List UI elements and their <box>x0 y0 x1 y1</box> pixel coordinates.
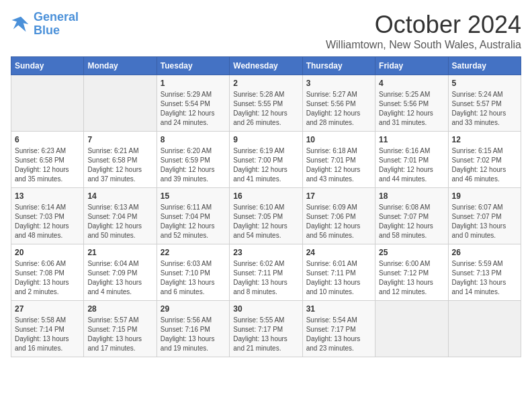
day-info: Sunrise: 6:20 AM Sunset: 6:59 PM Dayligh… <box>161 146 226 184</box>
calendar-cell: 21Sunrise: 6:04 AM Sunset: 7:09 PM Dayli… <box>84 244 157 301</box>
calendar-cell: 17Sunrise: 6:09 AM Sunset: 7:06 PM Dayli… <box>302 188 375 244</box>
day-info: Sunrise: 6:15 AM Sunset: 7:02 PM Dayligh… <box>452 146 517 184</box>
calendar-cell: 11Sunrise: 6:16 AM Sunset: 7:01 PM Dayli… <box>375 132 448 188</box>
day-number: 16 <box>233 191 298 201</box>
day-number: 21 <box>87 248 152 257</box>
calendar-week-2: 6Sunrise: 6:23 AM Sunset: 6:58 PM Daylig… <box>11 132 521 188</box>
day-info: Sunrise: 5:25 AM Sunset: 5:56 PM Dayligh… <box>379 90 444 128</box>
day-info: Sunrise: 6:18 AM Sunset: 7:01 PM Dayligh… <box>306 146 371 184</box>
day-number: 8 <box>161 135 226 144</box>
logo: General Blue <box>11 11 79 38</box>
day-number: 29 <box>161 304 226 314</box>
day-number: 3 <box>306 79 371 88</box>
day-number: 31 <box>306 304 371 314</box>
day-info: Sunrise: 5:54 AM Sunset: 7:17 PM Dayligh… <box>306 316 371 353</box>
day-info: Sunrise: 6:04 AM Sunset: 7:09 PM Dayligh… <box>87 259 152 297</box>
day-number: 11 <box>379 135 444 144</box>
column-header-friday: Friday <box>375 57 448 75</box>
day-info: Sunrise: 6:09 AM Sunset: 7:06 PM Dayligh… <box>306 203 371 240</box>
day-info: Sunrise: 6:13 AM Sunset: 7:04 PM Dayligh… <box>87 203 152 240</box>
day-info: Sunrise: 5:27 AM Sunset: 5:56 PM Dayligh… <box>306 90 371 128</box>
calendar-cell: 2Sunrise: 5:28 AM Sunset: 5:55 PM Daylig… <box>230 75 302 132</box>
calendar-cell <box>84 75 157 132</box>
calendar-week-3: 13Sunrise: 6:14 AM Sunset: 7:03 PM Dayli… <box>11 188 521 244</box>
calendar-cell: 24Sunrise: 6:01 AM Sunset: 7:11 PM Dayli… <box>302 244 375 301</box>
day-info: Sunrise: 6:08 AM Sunset: 7:07 PM Dayligh… <box>379 203 444 240</box>
calendar-header-row: SundayMondayTuesdayWednesdayThursdayFrid… <box>11 57 521 75</box>
day-number: 26 <box>452 248 517 257</box>
day-number: 22 <box>161 248 226 257</box>
day-number: 25 <box>379 248 444 257</box>
day-number: 1 <box>161 79 226 88</box>
column-header-sunday: Sunday <box>11 57 84 75</box>
day-info: Sunrise: 6:01 AM Sunset: 7:11 PM Dayligh… <box>306 259 371 297</box>
day-info: Sunrise: 6:07 AM Sunset: 7:07 PM Dayligh… <box>452 203 517 240</box>
day-number: 10 <box>306 135 371 144</box>
calendar-cell: 10Sunrise: 6:18 AM Sunset: 7:01 PM Dayli… <box>302 132 375 188</box>
day-number: 13 <box>15 191 80 201</box>
day-number: 27 <box>15 304 80 314</box>
page-header: General Blue October 2024 Williamtown, N… <box>11 11 521 51</box>
location-subtitle: Williamtown, New South Wales, Australia <box>326 39 521 51</box>
day-info: Sunrise: 5:28 AM Sunset: 5:55 PM Dayligh… <box>233 90 298 128</box>
day-number: 17 <box>306 191 371 201</box>
day-number: 5 <box>452 79 517 88</box>
calendar-cell: 27Sunrise: 5:58 AM Sunset: 7:14 PM Dayli… <box>11 301 84 357</box>
column-header-thursday: Thursday <box>302 57 375 75</box>
day-info: Sunrise: 6:21 AM Sunset: 6:58 PM Dayligh… <box>87 146 152 184</box>
calendar-week-1: 1Sunrise: 5:29 AM Sunset: 5:54 PM Daylig… <box>11 75 521 132</box>
day-info: Sunrise: 6:00 AM Sunset: 7:12 PM Dayligh… <box>379 259 444 297</box>
month-title: October 2024 <box>326 11 521 39</box>
day-info: Sunrise: 5:58 AM Sunset: 7:14 PM Dayligh… <box>15 316 80 353</box>
day-info: Sunrise: 5:55 AM Sunset: 7:17 PM Dayligh… <box>233 316 298 353</box>
day-info: Sunrise: 6:06 AM Sunset: 7:08 PM Dayligh… <box>15 259 80 297</box>
day-number: 18 <box>379 191 444 201</box>
calendar-cell: 20Sunrise: 6:06 AM Sunset: 7:08 PM Dayli… <box>11 244 84 301</box>
day-info: Sunrise: 5:57 AM Sunset: 7:15 PM Dayligh… <box>87 316 152 353</box>
calendar-cell: 6Sunrise: 6:23 AM Sunset: 6:58 PM Daylig… <box>11 132 84 188</box>
day-info: Sunrise: 6:10 AM Sunset: 7:05 PM Dayligh… <box>233 203 298 240</box>
calendar-cell: 22Sunrise: 6:03 AM Sunset: 7:10 PM Dayli… <box>157 244 229 301</box>
calendar-cell: 30Sunrise: 5:55 AM Sunset: 7:17 PM Dayli… <box>230 301 302 357</box>
day-number: 24 <box>306 248 371 257</box>
day-number: 9 <box>233 135 298 144</box>
title-area: October 2024 Williamtown, New South Wale… <box>326 11 521 51</box>
calendar-cell: 15Sunrise: 6:11 AM Sunset: 7:04 PM Dayli… <box>157 188 229 244</box>
column-header-wednesday: Wednesday <box>230 57 302 75</box>
day-info: Sunrise: 5:59 AM Sunset: 7:13 PM Dayligh… <box>452 259 517 297</box>
day-number: 14 <box>87 191 152 201</box>
calendar-cell: 5Sunrise: 5:24 AM Sunset: 5:57 PM Daylig… <box>448 75 521 132</box>
day-info: Sunrise: 6:03 AM Sunset: 7:10 PM Dayligh… <box>161 259 226 297</box>
calendar-cell: 12Sunrise: 6:15 AM Sunset: 7:02 PM Dayli… <box>448 132 521 188</box>
calendar-cell: 14Sunrise: 6:13 AM Sunset: 7:04 PM Dayli… <box>84 188 157 244</box>
calendar-cell: 7Sunrise: 6:21 AM Sunset: 6:58 PM Daylig… <box>84 132 157 188</box>
day-info: Sunrise: 5:56 AM Sunset: 7:16 PM Dayligh… <box>161 316 226 353</box>
logo-line2: Blue <box>34 24 79 38</box>
calendar-cell: 28Sunrise: 5:57 AM Sunset: 7:15 PM Dayli… <box>84 301 157 357</box>
logo-line1: General <box>34 10 79 24</box>
calendar-cell: 3Sunrise: 5:27 AM Sunset: 5:56 PM Daylig… <box>302 75 375 132</box>
day-number: 2 <box>233 79 298 88</box>
day-number: 30 <box>233 304 298 314</box>
day-number: 4 <box>379 79 444 88</box>
calendar-cell: 25Sunrise: 6:00 AM Sunset: 7:12 PM Dayli… <box>375 244 448 301</box>
day-number: 19 <box>452 191 517 201</box>
calendar-cell <box>448 301 521 357</box>
day-info: Sunrise: 5:29 AM Sunset: 5:54 PM Dayligh… <box>161 90 226 128</box>
calendar-cell: 18Sunrise: 6:08 AM Sunset: 7:07 PM Dayli… <box>375 188 448 244</box>
column-header-saturday: Saturday <box>448 57 521 75</box>
calendar-cell: 4Sunrise: 5:25 AM Sunset: 5:56 PM Daylig… <box>375 75 448 132</box>
calendar-cell: 13Sunrise: 6:14 AM Sunset: 7:03 PM Dayli… <box>11 188 84 244</box>
day-info: Sunrise: 6:19 AM Sunset: 7:00 PM Dayligh… <box>233 146 298 184</box>
calendar-cell <box>375 301 448 357</box>
day-number: 7 <box>87 135 152 144</box>
svg-marker-0 <box>12 17 29 32</box>
day-info: Sunrise: 6:16 AM Sunset: 7:01 PM Dayligh… <box>379 146 444 184</box>
day-number: 15 <box>161 191 226 201</box>
calendar-cell: 1Sunrise: 5:29 AM Sunset: 5:54 PM Daylig… <box>157 75 229 132</box>
day-info: Sunrise: 6:02 AM Sunset: 7:11 PM Dayligh… <box>233 259 298 297</box>
calendar-cell: 29Sunrise: 5:56 AM Sunset: 7:16 PM Dayli… <box>157 301 229 357</box>
calendar-cell: 31Sunrise: 5:54 AM Sunset: 7:17 PM Dayli… <box>302 301 375 357</box>
column-header-monday: Monday <box>84 57 157 75</box>
calendar-cell: 19Sunrise: 6:07 AM Sunset: 7:07 PM Dayli… <box>448 188 521 244</box>
